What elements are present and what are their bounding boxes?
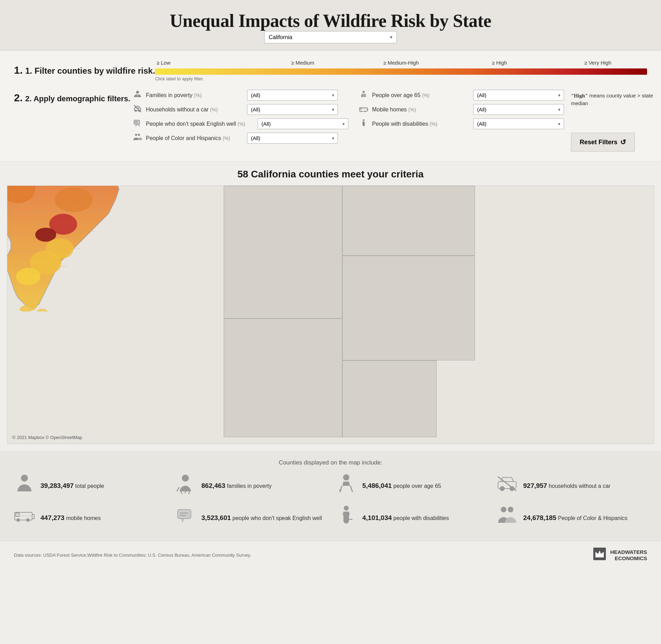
disabilities-select[interactable]: (All) High Very High [473,118,564,129]
age65-select[interactable]: (All) High Very High [473,90,564,101]
stat-total-people: 39,283,497 total people [14,473,164,498]
english-select-wrapper: (All) High Very High [258,118,348,129]
stat-people-icon [14,473,35,498]
svg-point-17 [138,134,140,136]
svg-point-67 [344,506,349,511]
step2-label-col: 2. 2. Apply demographic filters. [14,90,133,104]
demo-mobile: Mobile homes (%) (All) High Very High [359,104,564,115]
svg-text:$: $ [184,489,186,494]
color-select-wrapper: (All) High Very High [247,133,338,144]
risk-scale: ≥ Low ≥ Medium ≥ Medium-High ≥ High ≥ Ve… [155,59,647,81]
svg-point-59 [16,518,20,522]
svg-point-51 [343,474,349,481]
poverty-label: Families in poverty (%) [146,92,244,98]
age65-icon [359,90,369,100]
map-section: 58 California counties meet your criteri… [0,162,661,451]
risk-label-high[interactable]: ≥ High [450,59,549,66]
idaho-outline [342,256,475,360]
svg-point-60 [26,518,30,522]
svg-point-39 [54,188,93,212]
svg-point-69 [508,507,513,512]
demo-grid: $ Families in poverty (%) (All) High Ver… [133,90,564,144]
risk-label-low[interactable]: ≥ Low [155,59,253,66]
stat-nocar-icon [497,475,518,496]
svg-point-2 [363,91,365,93]
nevada-outline [224,186,342,319]
stat-english-icon [175,507,196,529]
risk-label-medium[interactable]: ≥ Medium [253,59,352,66]
step1-number: 1. [14,64,23,76]
demo-filter-row: 2. 2. Apply demographic filters. $ Famil… [14,90,647,152]
stat-english: 3,523,601 people who don't speak English… [175,505,325,530]
risk-label-medium-high[interactable]: ≥ Medium-High [352,59,450,66]
step2-number: 2. [14,92,23,103]
svg-point-16 [135,134,137,136]
color-hispanics-icon [133,133,142,143]
svg-point-43 [46,238,74,259]
nocar-select-wrapper: (All) High Very High [247,104,338,115]
stats-section: Counties displayed on the map include: 3… [0,451,661,541]
svg-point-68 [501,507,506,512]
svg-rect-11 [360,108,362,110]
footer-source: Data sources: USDA Forest Service,Wildfi… [14,552,251,558]
risk-labels: ≥ Low ≥ Medium ≥ Medium-High ≥ High ≥ Ve… [155,59,647,66]
footer: Data sources: USDA Forest Service,Wildfi… [0,541,661,569]
svg-point-9 [361,111,362,112]
stat-nocar-text: 927,957 households without a car [523,482,610,490]
step2-label: 2. 2. Apply demographic filters. [14,92,133,104]
families-poverty-icon: $ [133,90,142,100]
stat-color-icon [497,505,518,530]
map-container: © 2021 Mapbox © OpenStreetMap [7,185,654,444]
mobile-select-wrapper: (All) High Very High [473,104,564,115]
stat-disabilities: 4,101,034 people with disabilities [336,505,486,530]
map-title: 58 California counties meet your criteri… [7,169,654,180]
svg-point-42 [16,268,40,285]
svg-line-53 [350,486,352,492]
demo-english: People who don't speak English well (%) … [133,118,348,129]
headwaters-logo-icon [593,547,607,563]
oregon-outline [342,186,475,256]
svg-rect-12 [134,120,140,124]
demo-nocar: Households without a car (%) (All) High … [133,104,348,115]
risk-label-very-high[interactable]: ≥ Very High [549,59,647,66]
mobile-select[interactable]: (All) High Very High [473,104,564,115]
poverty-select[interactable]: (All) High Very High [247,90,338,101]
stat-disabilities-text: 4,101,034 people with disabilities [362,514,449,522]
high-note: "High" means county value > state median [571,92,661,107]
mobile-label: Mobile homes (%) [372,107,470,113]
svg-point-0 [136,91,139,94]
age65-select-wrapper: (All) High Very High [473,90,564,101]
svg-point-47 [182,475,189,482]
svg-point-5 [135,110,136,111]
disabilities-select-wrapper: (All) High Very High [473,118,564,129]
nocar-select[interactable]: (All) High Very High [247,104,338,115]
english-label: People who don't speak English well (%) [146,121,254,127]
color-select[interactable]: (All) High Very High [247,133,338,144]
page-title: Unequal Impacts of Wildfire Risk by Stat… [7,10,654,31]
poverty-select-wrapper: (All) High Very High [247,90,338,101]
svg-point-46 [21,475,28,482]
nocar-label: Households without a car (%) [146,107,244,113]
filters-section: 1. 1. Filter counties by wildfire risk. … [0,51,661,162]
page-wrapper: { "header": { "title": "Unequal Impacts … [0,0,661,569]
header: Unequal Impacts of Wildfire Risk by Stat… [0,0,661,51]
state-select[interactable]: California Alabama Alaska Arizona Arkans… [264,31,397,43]
english-select[interactable]: (All) High Very High [258,118,348,129]
mobile-homes-icon [359,104,369,115]
utah-outline [342,360,437,437]
stats-subtitle: Counties displayed on the map include: [14,459,647,466]
california-map-svg [7,185,143,312]
stat-poverty-text: 862,463 families in poverty [201,482,272,490]
reset-button[interactable]: Reset Filters ↺ [571,133,635,152]
svg-marker-64 [181,519,184,522]
age65-label: People over age 65 (%) [372,92,470,98]
nocar-icon [133,104,142,115]
footer-logo: HEADWATERS ECONOMICS [593,547,647,563]
demo-color: People of Color and Hispanics (%) (All) … [133,133,348,144]
stat-mobile-icon [14,507,35,528]
map-copyright: © 2021 Mapbox © OpenStreetMap [12,435,82,440]
svg-line-52 [340,486,342,492]
footer-logo-text: HEADWATERS ECONOMICS [610,549,647,562]
stat-disabilities-icon [336,505,357,530]
stats-grid: 39,283,497 total people $ 862,463 famili… [14,473,647,530]
